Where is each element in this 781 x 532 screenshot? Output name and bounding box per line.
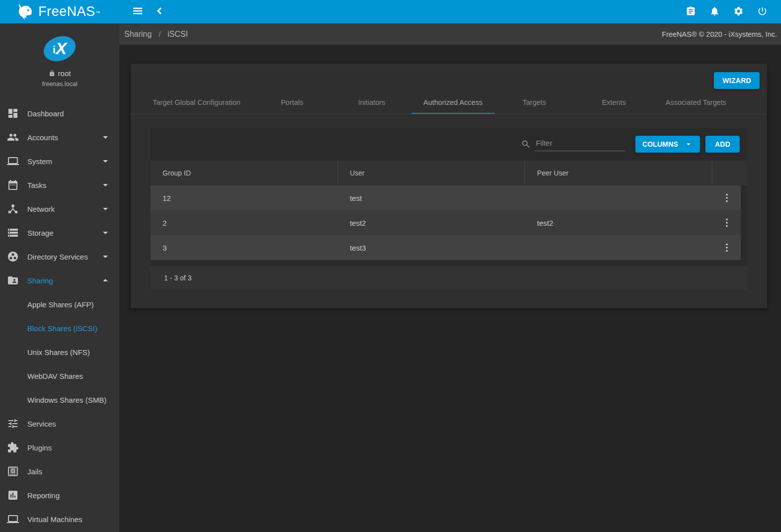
trademark: ™ <box>96 10 100 15</box>
tab-associated-targets[interactable]: Associated Targets <box>654 90 738 114</box>
power-button[interactable] <box>750 5 774 18</box>
task-manager-button[interactable] <box>679 5 702 18</box>
sidebar-item-plugins[interactable]: Plugins <box>0 436 119 459</box>
sidebar-item-label: WebDAV Shares <box>27 372 112 380</box>
calendar-icon <box>7 179 19 191</box>
storage-icon <box>7 227 19 239</box>
sidebar-item-tasks[interactable]: Tasks <box>0 173 119 197</box>
tab-extents[interactable]: Extents <box>574 90 654 114</box>
row-menu-button[interactable] <box>721 217 732 228</box>
sidebar-item-accounts[interactable]: Accounts <box>0 125 119 149</box>
sidebar-item-label: System <box>27 157 99 166</box>
collapse-sidebar-button[interactable] <box>153 5 166 18</box>
sidebar: i X root freenas.local DashboardAccounts… <box>0 23 119 532</box>
column-header-peer-user[interactable]: Peer User <box>525 161 712 185</box>
notifications-button[interactable] <box>702 5 726 18</box>
menu-button[interactable] <box>131 5 144 18</box>
tab-authorized-access[interactable]: Authorized Access <box>412 90 495 114</box>
tab-target-global-configuration[interactable]: Target Global Configuration <box>141 90 253 114</box>
sidebar-nav: DashboardAccountsSystemTasksNetworkStora… <box>0 101 119 531</box>
sidebar-item-dashboard[interactable]: Dashboard <box>0 101 119 125</box>
ix-logo[interactable]: i X <box>37 34 82 63</box>
folder-shared-icon <box>7 274 19 286</box>
tab-portals[interactable]: Portals <box>253 90 332 114</box>
sidebar-item-windows-shares-smb[interactable]: Windows Shares (SMB) <box>0 388 119 412</box>
breadcrumb-separator: / <box>159 30 161 38</box>
tab-label: Associated Targets <box>666 98 726 106</box>
column-header-group-id[interactable]: Group ID <box>151 161 338 185</box>
column-header-user[interactable]: User <box>338 161 525 185</box>
sidebar-item-services[interactable]: Services <box>0 412 119 436</box>
sidebar-item-label: Directory Services <box>27 253 99 261</box>
search-icon <box>521 139 531 149</box>
copyright-text: FreeNAS® © 2020 - iXsystems, Inc. <box>662 30 777 38</box>
sidebar-item-label: Sharing <box>27 276 99 285</box>
add-button[interactable]: ADD <box>705 136 740 153</box>
cell-actions <box>712 185 741 210</box>
gear-icon <box>733 6 744 18</box>
dashboard-icon <box>7 107 19 119</box>
table-footer-gap <box>151 260 747 266</box>
freenas-logo[interactable]: FreeNAS ™ <box>0 2 119 21</box>
tab-label: Authorized Access <box>424 98 483 106</box>
row-menu-button[interactable] <box>721 242 732 253</box>
sidebar-item-label: Services <box>27 420 112 428</box>
chevron-down-icon <box>99 251 111 263</box>
people-icon <box>7 131 19 143</box>
breadcrumb-iscsi[interactable]: iSCSI <box>168 30 188 39</box>
jail-icon <box>7 465 19 477</box>
hub-icon <box>7 203 19 215</box>
tune-icon <box>7 418 19 430</box>
tasks-clipboard-icon <box>686 6 696 18</box>
computer-icon <box>7 513 19 525</box>
columns-button[interactable]: COLUMNS <box>635 136 700 153</box>
table-body: 12test2test2test23test3 <box>151 185 741 260</box>
sidebar-item-label: Storage <box>27 229 99 237</box>
sidebar-item-label: Network <box>27 205 99 213</box>
sidebar-item-directory-services[interactable]: Directory Services <box>0 245 119 268</box>
menu-icon <box>132 5 144 18</box>
iscsi-card: WIZARD Target Global ConfigurationPortal… <box>131 64 767 308</box>
cell-actions <box>712 210 741 235</box>
columns-button-label: COLUMNS <box>642 140 678 148</box>
chevron-down-icon <box>99 203 111 215</box>
wizard-button[interactable]: WIZARD <box>714 72 760 89</box>
breadcrumb-sharing[interactable]: Sharing <box>124 30 152 39</box>
chart-icon <box>7 489 19 501</box>
tab-targets[interactable]: Targets <box>495 90 574 114</box>
cell-user: test3 <box>338 235 525 260</box>
sidebar-item-storage[interactable]: Storage <box>0 221 119 245</box>
table-toolbar: COLUMNS ADD <box>151 128 747 161</box>
sidebar-item-reporting[interactable]: Reporting <box>0 483 119 507</box>
sidebar-item-label: Plugins <box>27 443 112 452</box>
sidebar-item-unix-shares-nfs[interactable]: Unix Shares (NFS) <box>0 340 119 364</box>
tab-initiators[interactable]: Initiators <box>332 90 412 114</box>
row-menu-button[interactable] <box>721 192 732 203</box>
filter-input[interactable] <box>535 137 625 151</box>
chevron-down-icon <box>99 227 111 239</box>
ix-logo-x: X <box>56 39 67 58</box>
chevron-down-icon <box>99 179 111 191</box>
tab-label: Initiators <box>358 98 385 106</box>
sidebar-item-sharing[interactable]: Sharing <box>0 268 119 292</box>
settings-button[interactable] <box>726 5 750 18</box>
tab-label: Extents <box>602 98 626 106</box>
laptop-icon <box>7 155 19 167</box>
table-row: 2test2test2 <box>151 210 741 235</box>
cell-user: test2 <box>338 210 525 235</box>
chevron-left-icon <box>154 5 166 18</box>
cell-group-id: 12 <box>151 185 338 210</box>
sidebar-item-jails[interactable]: Jails <box>0 459 119 483</box>
topbar: FreeNAS ™ <box>0 0 781 23</box>
sidebar-item-apple-shares-afp[interactable]: Apple Shares (AFP) <box>0 292 119 316</box>
sidebar-item-virtual-machines[interactable]: Virtual Machines <box>0 507 119 531</box>
column-header-actions <box>712 161 747 185</box>
sidebar-item-system[interactable]: System <box>0 149 119 173</box>
cell-actions <box>712 235 741 260</box>
notifications-bell-icon <box>709 6 720 18</box>
sidebar-item-label: Accounts <box>27 133 99 142</box>
sidebar-item-network[interactable]: Network <box>0 197 119 221</box>
sidebar-item-webdav-shares[interactable]: WebDAV Shares <box>0 364 119 388</box>
cell-group-id: 3 <box>151 235 338 260</box>
sidebar-item-block-shares-iscsi[interactable]: Block Shares (iSCSI) <box>0 316 119 340</box>
